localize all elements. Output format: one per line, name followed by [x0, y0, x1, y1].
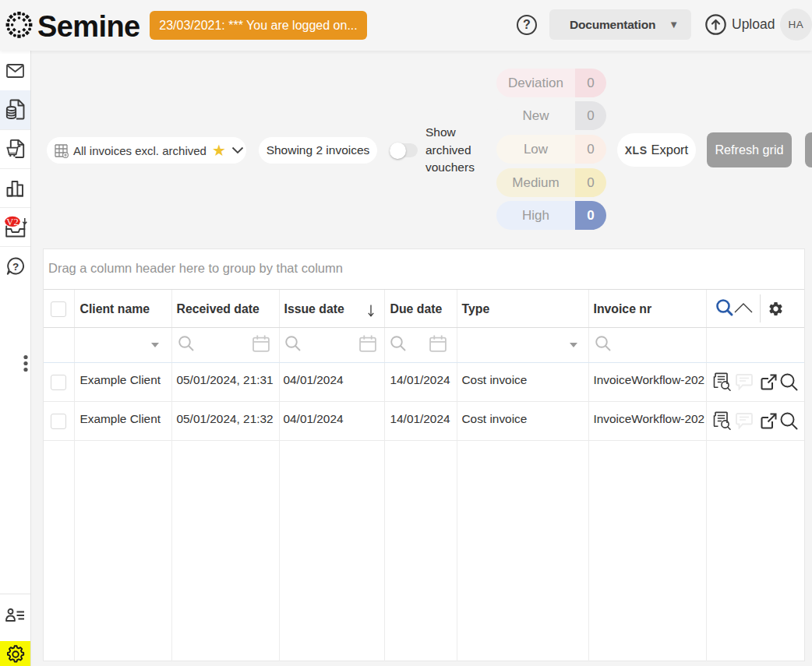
svg-text:?: ?: [12, 260, 18, 272]
svg-text:V2: V2: [6, 217, 18, 227]
